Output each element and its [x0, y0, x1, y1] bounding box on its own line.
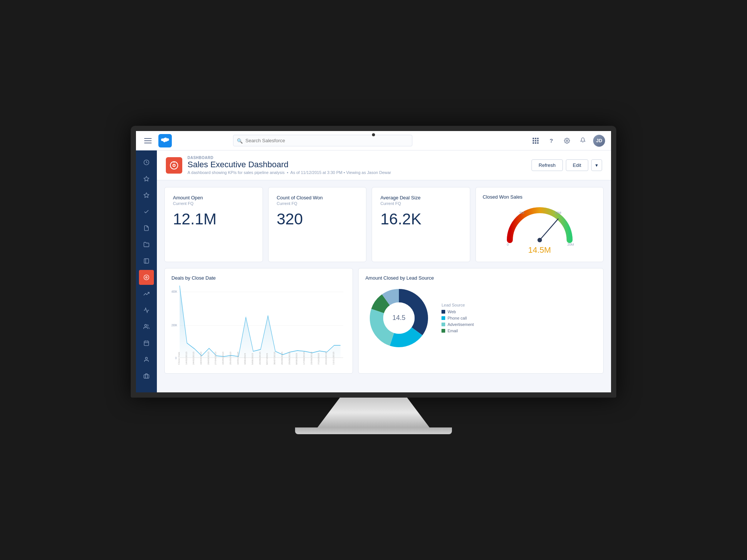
- svg-text:20/10/2015: 20/10/2015: [325, 351, 327, 365]
- sidebar-item-pulse[interactable]: [139, 303, 154, 318]
- svg-text:0: 0: [175, 356, 177, 360]
- legend-item-email: Email: [441, 329, 474, 333]
- svg-point-16: [145, 324, 146, 326]
- menu-button[interactable]: [142, 135, 154, 147]
- dashboard-header: DASHBOARD Sales Executive Dashboard A da…: [157, 150, 611, 180]
- dropdown-button[interactable]: ▾: [591, 159, 602, 171]
- kpi-avg-deal-value: 16.2K: [380, 210, 462, 228]
- svg-text:15/05/2013: 15/05/2013: [222, 351, 224, 365]
- svg-text:20/06/2015: 20/06/2015: [259, 351, 261, 365]
- donut-content: 14.5 Lead Source Web: [365, 284, 596, 353]
- svg-point-15: [146, 277, 147, 278]
- svg-rect-5: [537, 140, 539, 141]
- kpi-closed-won-subtitle: Current FQ: [277, 201, 358, 206]
- sidebar-item-tasks[interactable]: [139, 204, 154, 219]
- dashboard-actions: Refresh Edit ▾: [531, 159, 602, 171]
- dashboard-body: Amount Open Current FQ 12.1M Count of Cl…: [157, 180, 611, 388]
- svg-text:20/08/2015: 20/08/2015: [281, 351, 283, 365]
- dashboard-breadcrumb: DASHBOARD: [187, 156, 391, 160]
- legend-item-advertisement: Advertisement: [441, 322, 474, 327]
- svg-text:0: 0: [507, 243, 509, 246]
- sidebar: [136, 150, 157, 392]
- line-chart-title: Deals by Close Date: [171, 275, 346, 281]
- svg-text:30/07/2015: 30/07/2015: [273, 351, 276, 365]
- legend-dot-advertisement: [441, 323, 445, 326]
- refresh-button[interactable]: Refresh: [531, 159, 563, 171]
- gauge-title: Closed Won Sales: [483, 194, 523, 200]
- svg-rect-17: [144, 341, 149, 346]
- kpi-row: Amount Open Current FQ 12.1M Count of Cl…: [164, 187, 604, 262]
- svg-marker-39: [180, 286, 341, 358]
- kpi-avg-deal: Average Deal Size Current FQ 16.2K: [372, 187, 470, 262]
- svg-point-14: [144, 275, 149, 280]
- svg-text:5/06/2015: 5/06/2015: [251, 353, 254, 365]
- help-icon[interactable]: ?: [546, 136, 557, 146]
- notifications-icon[interactable]: [577, 136, 588, 146]
- salesforce-logo[interactable]: [158, 134, 172, 147]
- kpi-closed-won: Count of Closed Won Current FQ 320: [268, 187, 367, 262]
- svg-rect-3: [533, 140, 534, 141]
- kpi-amount-open-title: Amount Open: [173, 195, 254, 200]
- svg-rect-13: [144, 259, 149, 263]
- svg-rect-8: [537, 142, 539, 144]
- gauge-card: Closed Won Sales: [475, 187, 604, 262]
- legend-item-phone: Phone call: [441, 316, 474, 320]
- edit-button[interactable]: Edit: [566, 159, 588, 171]
- search-input[interactable]: [233, 135, 412, 146]
- settings-icon[interactable]: [562, 136, 572, 146]
- avatar[interactable]: JD: [593, 135, 605, 147]
- bottom-row: Deals by Close Date 400K 200K 0 Sum of A…: [164, 268, 604, 381]
- svg-text:27/04/2013: 27/04/2013: [214, 351, 217, 365]
- sidebar-item-metrics[interactable]: [139, 286, 154, 301]
- sidebar-item-briefcase[interactable]: [139, 368, 154, 383]
- search-bar: 🔍: [233, 135, 412, 146]
- svg-text:5M: 5M: [520, 211, 524, 215]
- svg-rect-22: [144, 375, 149, 378]
- legend-dot-web: [441, 310, 445, 314]
- kpi-closed-won-value: 320: [277, 210, 358, 228]
- svg-text:7/10/2015: 7/10/2015: [317, 353, 320, 365]
- kpi-amount-open-subtitle: Current FQ: [173, 201, 254, 206]
- dashboard-title-block: DASHBOARD Sales Executive Dashboard A da…: [187, 156, 391, 175]
- gauge-chart: 0 5M 15M 20M: [502, 203, 577, 244]
- sidebar-item-people[interactable]: [139, 319, 154, 334]
- svg-text:17/09/2015: 17/09/2015: [303, 351, 305, 365]
- donut-title: Amount Closed by Lead Source: [365, 275, 596, 281]
- svg-rect-2: [537, 138, 539, 139]
- sidebar-item-users[interactable]: [139, 352, 154, 367]
- content-area: DASHBOARD Sales Executive Dashboard A da…: [157, 150, 611, 392]
- svg-text:24/02/2013: 24/02/2013: [192, 351, 195, 365]
- nav-actions: ? JD: [530, 135, 605, 147]
- svg-text:10/01/2015: 10/01/2015: [237, 351, 239, 365]
- sidebar-item-favorites[interactable]: [139, 171, 154, 186]
- search-icon: 🔍: [237, 138, 243, 143]
- svg-marker-11: [144, 176, 149, 181]
- svg-rect-4: [535, 140, 536, 141]
- legend-dot-email: [441, 329, 445, 333]
- sidebar-item-starred[interactable]: [139, 188, 154, 203]
- sidebar-item-reports[interactable]: [139, 253, 154, 268]
- svg-text:8/07/2015: 8/07/2015: [266, 353, 268, 365]
- sidebar-item-folder[interactable]: [139, 237, 154, 252]
- svg-text:200K: 200K: [171, 323, 177, 327]
- kpi-avg-deal-title: Average Deal Size: [380, 195, 462, 200]
- svg-text:25/08/2015: 25/08/2015: [288, 351, 291, 365]
- sidebar-item-notes[interactable]: [139, 221, 154, 236]
- kpi-closed-won-title: Count of Closed Won: [277, 195, 358, 200]
- apps-icon[interactable]: [530, 136, 541, 146]
- sidebar-item-recent[interactable]: [139, 155, 154, 170]
- svg-text:14/02/2013: 14/02/2013: [185, 351, 187, 365]
- legend-title: Lead Source: [441, 303, 474, 307]
- svg-text:25/05/2013: 25/05/2013: [229, 351, 232, 365]
- page-title: Sales Executive Dashboard: [187, 160, 391, 169]
- sidebar-item-dashboard[interactable]: [139, 270, 154, 285]
- kpi-avg-deal-subtitle: Current FQ: [380, 201, 462, 206]
- legend-dot-phone: [441, 316, 445, 320]
- line-chart-card: Deals by Close Date 400K 200K 0 Sum of A…: [164, 268, 353, 374]
- sidebar-item-calendar[interactable]: [139, 336, 154, 351]
- donut-chart: 14.5: [365, 284, 433, 353]
- svg-point-21: [145, 357, 147, 359]
- kpi-amount-open: Amount Open Current FQ 12.1M: [164, 187, 263, 262]
- svg-text:20M: 20M: [567, 243, 574, 246]
- kpi-amount-open-value: 12.1M: [173, 210, 254, 228]
